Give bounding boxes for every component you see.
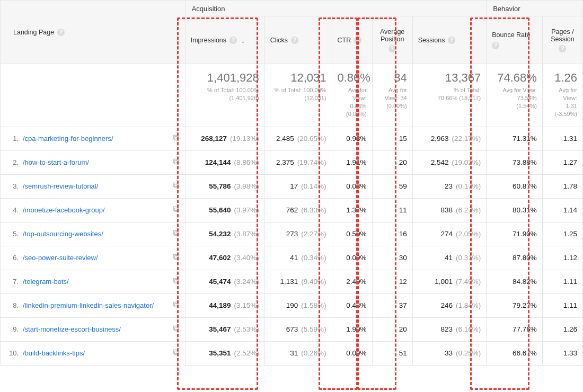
cell-clicks: 762(6.33%) xyxy=(264,198,332,222)
cell-sessions: 2,542(19.02%) xyxy=(412,150,487,174)
sort-desc-icon: ↓ xyxy=(241,36,245,44)
cell-avg-position: 20 xyxy=(372,150,412,174)
cell-clicks: 41(0.34%) xyxy=(264,246,332,270)
landing-page-link[interactable]: /how-to-start-a-forum/ xyxy=(23,158,89,166)
cell-avg-position: 11 xyxy=(372,198,412,222)
row-index: 6. xyxy=(4,254,19,262)
landing-page-cell: 1./cpa-marketing-for-beginners/ xyxy=(1,131,185,146)
row-index: 10. xyxy=(4,349,19,357)
summary-bounce-rate: 74.68%Avg for View:73.54%(1.54%) xyxy=(487,64,543,127)
cell-ctr: 2.49% xyxy=(332,270,372,293)
header-impressions[interactable]: Impressions?↓ xyxy=(185,16,264,64)
cell-clicks: 31(0.26%) xyxy=(264,341,332,365)
cell-impressions: 124,144(8.86%) xyxy=(185,150,264,174)
row-index: 4. xyxy=(4,206,19,214)
svg-rect-2 xyxy=(173,159,177,163)
cell-clicks: 17(0.14%) xyxy=(264,174,332,198)
landing-page-link[interactable]: /linkedin-premium-linkedin-sales-navigat… xyxy=(23,301,154,309)
landing-page-link[interactable]: /seo-power-suite-review/ xyxy=(23,254,98,262)
header-group-acquisition: Acquisition xyxy=(185,1,487,16)
landing-page-link[interactable]: /semrush-review-tutorial/ xyxy=(23,182,98,190)
cell-ctr: 0.03% xyxy=(332,174,372,198)
svg-rect-3 xyxy=(174,161,178,164)
help-icon[interactable]: ? xyxy=(354,37,361,44)
cell-sessions: 2,963(22.17%) xyxy=(412,127,487,150)
help-icon[interactable]: ? xyxy=(57,29,65,36)
header-ctr[interactable]: CTR? xyxy=(332,16,372,64)
cell-ctr: 1.37% xyxy=(332,198,372,222)
header-avg-position[interactable]: Average Position? xyxy=(372,16,412,64)
open-external-icon[interactable] xyxy=(172,325,180,334)
header-clicks[interactable]: Clicks? xyxy=(264,16,332,64)
landing-page-cell: 9./start-monetize-escort-business/ xyxy=(1,322,185,337)
summary-ctr: 0.86%Avg for View:0.86%(0.00%) xyxy=(332,64,372,127)
help-icon[interactable]: ? xyxy=(492,42,499,49)
open-external-icon[interactable] xyxy=(172,301,180,310)
cell-avg-position: 20 xyxy=(372,317,412,341)
open-external-icon[interactable] xyxy=(172,229,180,238)
cell-ctr: 0.93% xyxy=(332,127,372,150)
cell-impressions: 47,602(3.40%) xyxy=(185,246,264,270)
cell-pages-session: 1.25 xyxy=(542,222,582,246)
landing-page-link[interactable]: /build-backlinks-tips/ xyxy=(23,349,85,357)
landing-page-cell: 5./top-outsourcing-websites/ xyxy=(1,226,185,242)
landing-page-link[interactable]: /cpa-marketing-for-beginners/ xyxy=(23,135,113,142)
landing-page-link[interactable]: /start-monetize-escort-business/ xyxy=(23,325,121,333)
header-pages-session[interactable]: Pages / Session? xyxy=(542,16,582,64)
help-icon[interactable]: ? xyxy=(229,37,237,44)
open-external-icon[interactable] xyxy=(172,277,180,286)
svg-rect-19 xyxy=(174,351,178,355)
landing-page-cell: 3./semrush-review-tutorial/ xyxy=(1,179,185,194)
open-external-icon[interactable] xyxy=(172,349,180,358)
cell-impressions: 35,351(2.52%) xyxy=(185,341,264,365)
open-external-icon[interactable] xyxy=(172,253,180,262)
header-landing-page[interactable]: Landing Page? xyxy=(1,1,186,64)
row-index: 8. xyxy=(4,301,19,309)
cell-ctr: 0.09% xyxy=(332,246,372,270)
help-icon[interactable]: ? xyxy=(448,37,455,44)
svg-rect-6 xyxy=(173,207,177,210)
cell-avg-position: 51 xyxy=(372,341,412,365)
table-row: 8./linkedin-premium-linkedin-sales-navig… xyxy=(1,293,583,317)
help-icon[interactable]: ? xyxy=(291,37,298,44)
table-row: 5./top-outsourcing-websites/54,232(3.87%… xyxy=(1,222,583,246)
landing-page-link[interactable]: /monetize-facebook-group/ xyxy=(23,206,105,214)
cell-ctr: 0.43% xyxy=(332,293,372,317)
cell-bounce-rate: 79.27% xyxy=(487,293,543,317)
open-external-icon[interactable] xyxy=(172,158,180,167)
cell-sessions: 1,001(7.49%) xyxy=(412,270,487,293)
svg-rect-16 xyxy=(173,326,177,329)
open-external-icon[interactable] xyxy=(172,206,180,215)
cell-bounce-rate: 87.80% xyxy=(487,246,543,270)
help-icon[interactable]: ? xyxy=(388,45,396,52)
cell-ctr: 0.09% xyxy=(332,341,372,365)
svg-rect-17 xyxy=(174,327,178,331)
cell-pages-session: 1.33 xyxy=(542,341,582,365)
landing-page-link[interactable]: /telegram-bots/ xyxy=(23,278,69,286)
svg-rect-14 xyxy=(173,302,177,306)
open-external-icon[interactable] xyxy=(172,182,180,191)
svg-rect-8 xyxy=(173,230,177,234)
cell-bounce-rate: 71.31% xyxy=(487,127,543,150)
cell-pages-session: 1.26 xyxy=(542,317,582,341)
table-row: 2./how-to-start-a-forum/124,144(8.86%)2,… xyxy=(1,150,583,174)
cell-avg-position: 30 xyxy=(372,246,412,270)
cell-sessions: 274(2.05%) xyxy=(412,222,487,246)
cell-pages-session: 1.14 xyxy=(542,198,582,222)
summary-pages-session: 1.26Avg for View:1.31(-3.59%) xyxy=(542,64,582,127)
landing-page-link[interactable]: /top-outsourcing-websites/ xyxy=(23,230,103,238)
svg-rect-1 xyxy=(174,137,178,140)
svg-rect-13 xyxy=(174,280,178,283)
cell-impressions: 268,127(19.13%) xyxy=(185,127,264,150)
help-icon[interactable]: ? xyxy=(559,45,566,52)
cell-impressions: 55,640(3.97%) xyxy=(185,198,264,222)
header-sessions[interactable]: Sessions? xyxy=(412,16,487,64)
landing-page-cell: 2./how-to-start-a-forum/ xyxy=(1,155,185,170)
header-bounce-rate[interactable]: Bounce Rate? xyxy=(487,16,543,64)
cell-sessions: 246(1.84%) xyxy=(412,293,487,317)
cell-sessions: 823(6.16%) xyxy=(412,317,487,341)
table-row: 10./build-backlinks-tips/35,351(2.52%)31… xyxy=(1,341,583,365)
svg-rect-10 xyxy=(173,254,177,258)
open-external-icon[interactable] xyxy=(172,134,180,143)
cell-avg-position: 12 xyxy=(372,270,412,293)
